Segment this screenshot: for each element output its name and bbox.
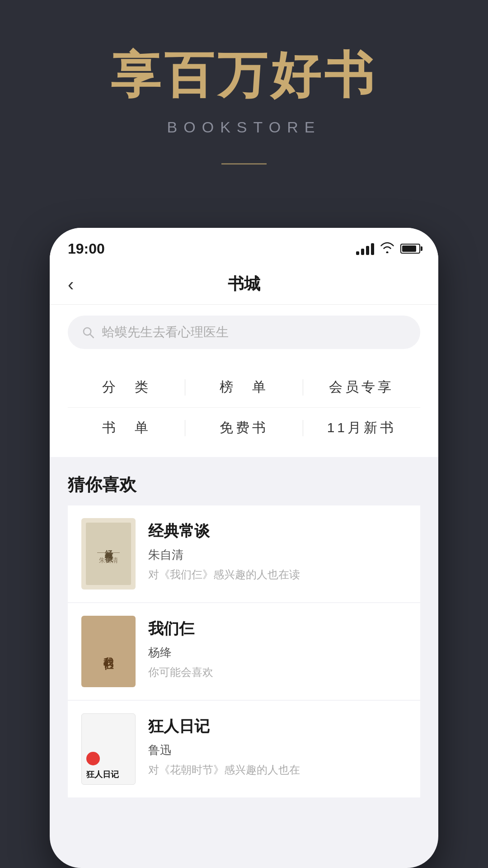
sub-title: BOOKSTORE bbox=[167, 118, 321, 136]
menu-row-1: 分 类 榜 单 会员专享 bbox=[68, 371, 420, 408]
divider bbox=[221, 163, 267, 165]
book-author-1: 朱自清 bbox=[148, 547, 300, 563]
header-area: 享百万好书 BOOKSTORE bbox=[0, 0, 488, 192]
book-desc-2: 你可能会喜欢 bbox=[148, 665, 213, 679]
book-cover-1: 经典常谈 朱自清 bbox=[81, 518, 136, 590]
search-icon bbox=[81, 326, 95, 339]
book-cover-3: 狂人日记 bbox=[81, 713, 136, 785]
menu-item-category[interactable]: 分 类 bbox=[68, 378, 185, 396]
menu-item-vip[interactable]: 会员专享 bbox=[303, 378, 420, 396]
main-title: 享百万好书 bbox=[111, 45, 377, 105]
book-author-2: 杨绛 bbox=[148, 645, 213, 660]
status-icons bbox=[356, 241, 420, 256]
status-time: 19:00 bbox=[68, 241, 105, 257]
back-button[interactable]: ‹ bbox=[68, 275, 74, 293]
signal-icon bbox=[356, 242, 374, 255]
menu-item-newbook[interactable]: 11月新书 bbox=[303, 419, 420, 437]
book-title-1: 经典常谈 bbox=[148, 521, 300, 542]
nav-bar: ‹ 书城 bbox=[50, 264, 438, 305]
book-info-2: 我们仨 杨绛 你可能会喜欢 bbox=[148, 616, 213, 679]
status-bar: 19:00 bbox=[50, 228, 438, 264]
menu-item-ranking[interactable]: 榜 单 bbox=[185, 378, 302, 396]
menu-item-freebook[interactable]: 免费书 bbox=[185, 419, 302, 437]
svg-point-0 bbox=[84, 328, 91, 335]
book-list: 经典常谈 朱自清 经典常谈 朱自清 对《我们仨》感兴趣的人也在读 bbox=[68, 505, 420, 798]
svg-line-1 bbox=[90, 334, 94, 338]
book-info-3: 狂人日记 鲁迅 对《花朝时节》感兴趣的人也在 bbox=[148, 713, 300, 777]
book-title-3: 狂人日记 bbox=[148, 716, 300, 737]
phone-mockup: 19:00 bbox=[50, 228, 438, 868]
book-info-1: 经典常谈 朱自清 对《我们仨》感兴趣的人也在读 bbox=[148, 518, 300, 582]
search-placeholder: 蛤蟆先生去看心理医生 bbox=[102, 324, 229, 341]
battery-icon bbox=[400, 244, 420, 254]
book-desc-1: 对《我们仨》感兴趣的人也在读 bbox=[148, 567, 300, 582]
search-area: 蛤蟆先生去看心理医生 bbox=[50, 305, 438, 362]
book-cover-2: 我们仨 bbox=[81, 616, 136, 687]
category-menu: 分 类 榜 单 会员专享 书 单 免费书 11月新书 bbox=[50, 362, 438, 457]
nav-title: 书城 bbox=[228, 273, 260, 295]
book-item-2[interactable]: 我们仨 我们仨 杨绛 你可能会喜欢 bbox=[68, 603, 420, 700]
recommend-section: 猜你喜欢 经典常谈 朱自清 经典常谈 bbox=[50, 457, 438, 798]
book-item-3[interactable]: 狂人日记 狂人日记 鲁迅 对《花朝时节》感兴趣的人也在 bbox=[68, 701, 420, 797]
page-container: 享百万好书 BOOKSTORE 19:00 bbox=[0, 0, 488, 868]
wifi-icon bbox=[380, 241, 395, 256]
section-title: 猜你喜欢 bbox=[68, 473, 420, 496]
book-author-3: 鲁迅 bbox=[148, 742, 300, 758]
book-title-2: 我们仨 bbox=[148, 618, 213, 639]
search-bar[interactable]: 蛤蟆先生去看心理医生 bbox=[68, 316, 420, 349]
menu-item-booklist[interactable]: 书 单 bbox=[68, 419, 185, 437]
book-desc-3: 对《花朝时节》感兴趣的人也在 bbox=[148, 763, 300, 777]
menu-row-2: 书 单 免费书 11月新书 bbox=[68, 408, 420, 444]
book-item-1[interactable]: 经典常谈 朱自清 经典常谈 朱自清 对《我们仨》感兴趣的人也在读 bbox=[68, 505, 420, 602]
